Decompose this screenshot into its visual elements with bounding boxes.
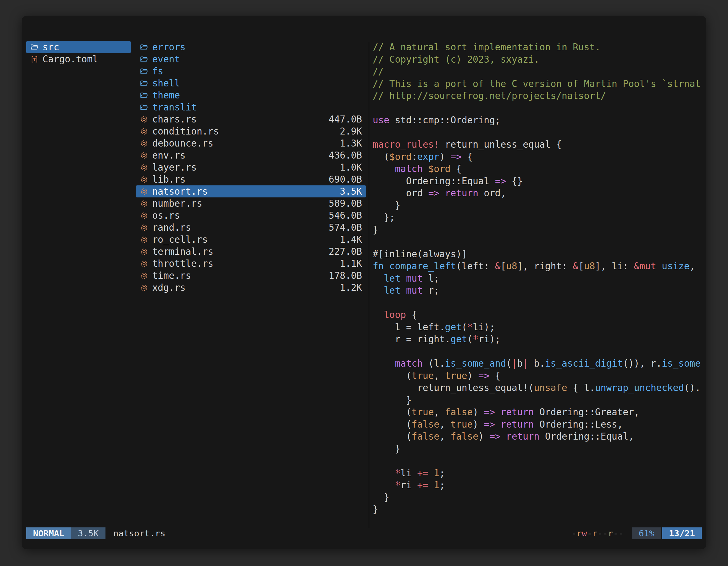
- dir-row-event[interactable]: event: [136, 53, 366, 65]
- file-row-xdg-rs[interactable]: xdg.rs1.2K: [136, 282, 366, 293]
- item-name: throttle.rs: [152, 258, 213, 269]
- code-line: (false, true) => return Ordering::Less,: [373, 418, 702, 431]
- item-size: 1.3K: [334, 138, 362, 149]
- code-line: ($ord:expr) => {: [373, 151, 702, 163]
- code-line: ord => return ord,: [373, 187, 702, 200]
- item-size: 574.0B: [323, 222, 362, 233]
- dir-row-fs[interactable]: fs: [136, 65, 366, 77]
- file-row-ro-cell-rs[interactable]: ro_cell.rs1.4K: [136, 234, 366, 246]
- dir-row-shell[interactable]: shell: [136, 77, 366, 89]
- status-bar: NORMAL 3.5K natsort.rs -rw-r--r-- 61% 13…: [26, 527, 702, 539]
- item-name: condition.rs: [152, 126, 219, 137]
- item-name: src: [43, 42, 59, 53]
- file-row-time-rs[interactable]: time.rs178.0B: [136, 270, 366, 282]
- rust-icon: [140, 248, 148, 256]
- item-name: Cargo.toml: [43, 54, 98, 65]
- code-line: }: [373, 394, 702, 406]
- folder-icon: [140, 91, 148, 100]
- code-line: *li += 1;: [373, 467, 702, 479]
- file-row-number-rs[interactable]: number.rs589.0B: [136, 198, 366, 210]
- folder-icon: [140, 79, 148, 88]
- rust-icon: [140, 260, 148, 268]
- file-row-env-rs[interactable]: env.rs436.0B: [136, 149, 366, 161]
- file-row-condition-rs[interactable]: condition.rs2.9K: [136, 125, 366, 137]
- item-size: 436.0B: [323, 150, 362, 161]
- permissions-text: -rw-r--r--: [571, 528, 624, 538]
- code-line: (true, false) => return Ordering::Greate…: [373, 406, 702, 418]
- rust-icon: [140, 115, 148, 124]
- code-line: (true, true) => {: [373, 370, 702, 382]
- status-bar-left: NORMAL 3.5K natsort.rs: [26, 527, 165, 539]
- code-line: [373, 345, 702, 358]
- rust-icon: [140, 200, 148, 208]
- dir-row-theme[interactable]: theme: [136, 89, 366, 101]
- code-line: match (l.is_some_and(|b| b.is_ascii_digi…: [373, 357, 702, 370]
- code-line: };: [373, 212, 702, 224]
- item-size: 690.0B: [323, 174, 362, 185]
- file-row-rand-rs[interactable]: rand.rs574.0B: [136, 222, 366, 234]
- code-line: (false, false) => return Ordering::Equal…: [373, 430, 702, 443]
- code-line: }: [373, 443, 702, 455]
- folder-icon: [140, 67, 148, 76]
- file-size-badge: 3.5K: [71, 527, 105, 539]
- code-line: use std::cmp::Ordering;: [373, 114, 702, 126]
- item-name: time.rs: [152, 270, 191, 281]
- code-line: macro_rules! return_unless_equal {: [373, 139, 702, 151]
- preview-pane: // A natural sort implementation in Rust…: [373, 41, 702, 527]
- item-name: xdg.rs: [152, 282, 185, 293]
- item-size: 227.0B: [323, 246, 362, 257]
- code-line: }: [373, 503, 702, 516]
- folder-icon: [140, 55, 148, 64]
- toml-icon: [30, 55, 39, 64]
- code-line: *ri += 1;: [373, 479, 702, 491]
- item-name: errors: [152, 42, 185, 53]
- item-name: number.rs: [152, 198, 202, 209]
- item-name: event: [152, 54, 180, 65]
- scroll-percent-badge: 61%: [632, 527, 661, 539]
- folder-icon: [140, 103, 148, 112]
- item-name: lib.rs: [152, 174, 185, 185]
- dir-row-errors[interactable]: errors: [136, 41, 366, 53]
- folder-icon: [30, 43, 39, 51]
- item-name: os.rs: [152, 210, 180, 221]
- file-row-lib-rs[interactable]: lib.rs690.0B: [136, 173, 366, 186]
- code-line: Ordering::Equal => {}: [373, 175, 702, 187]
- file-row-natsort-rs[interactable]: natsort.rs3.5K: [136, 186, 366, 198]
- code-line: }: [373, 200, 702, 212]
- item-size: 1.4K: [334, 234, 362, 245]
- parent-item-cargo-toml[interactable]: Cargo.toml: [26, 53, 131, 65]
- file-manager-window: srcCargo.toml errorseventfsshellthemetra…: [22, 16, 706, 549]
- code-line: // A natural sort implementation in Rust…: [373, 41, 702, 53]
- file-row-layer-rs[interactable]: layer.rs1.0K: [136, 161, 366, 173]
- file-row-os-rs[interactable]: os.rs546.0B: [136, 210, 366, 222]
- code-line: }: [373, 224, 702, 236]
- item-name: fs: [152, 66, 163, 77]
- code-line: [373, 102, 702, 114]
- rust-icon: [140, 236, 148, 244]
- item-size: 1.1K: [334, 258, 362, 269]
- status-filename: natsort.rs: [113, 528, 166, 538]
- status-bar-right: -rw-r--r-- 61% 13/21: [571, 527, 702, 539]
- file-row-debounce-rs[interactable]: debounce.rs1.3K: [136, 137, 366, 149]
- parent-item-src[interactable]: src: [26, 41, 131, 53]
- item-size: 178.0B: [323, 270, 362, 281]
- code-line: #[inline(always)]: [373, 248, 702, 261]
- code-line: let mut l;: [373, 273, 702, 285]
- code-line: return_unless_equal!(unsafe { l.unwrap_u…: [373, 382, 702, 394]
- parent-pane: srcCargo.toml: [26, 41, 131, 65]
- code-line: match $ord {: [373, 163, 702, 175]
- rust-icon: [140, 139, 148, 148]
- file-row-chars-rs[interactable]: chars.rs447.0B: [136, 113, 366, 125]
- folder-icon: [140, 43, 148, 51]
- code-line: [373, 297, 702, 309]
- item-size: 3.5K: [334, 186, 362, 197]
- item-name: ro_cell.rs: [152, 234, 208, 245]
- item-name: shell: [152, 78, 180, 89]
- code-line: [373, 236, 702, 248]
- code-line: [373, 455, 702, 467]
- code-line: //: [373, 65, 702, 78]
- dir-row-translit[interactable]: translit: [136, 101, 366, 113]
- file-row-terminal-rs[interactable]: terminal.rs227.0B: [136, 246, 366, 258]
- file-row-throttle-rs[interactable]: throttle.rs1.1K: [136, 258, 366, 270]
- item-size: 1.2K: [334, 282, 362, 293]
